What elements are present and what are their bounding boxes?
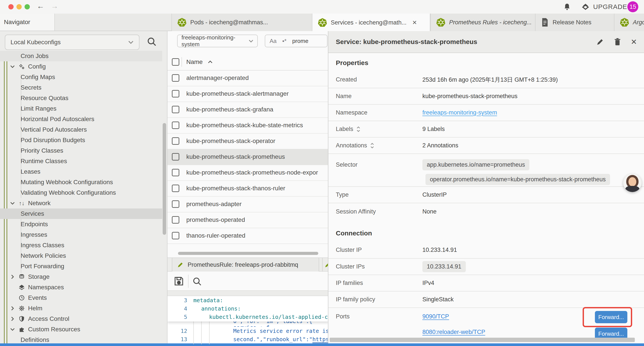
edit-pencil-icon[interactable]: [596, 38, 604, 46]
window-minimize-button[interactable]: [16, 4, 22, 9]
horizontal-scrollbar[interactable]: [178, 252, 318, 255]
sidebar-item-runtime-classes[interactable]: Runtime Classes: [0, 156, 162, 166]
sidebar-item-network-policies[interactable]: Network Policies: [0, 251, 162, 261]
sidebar-item-cron-jobs[interactable]: Cron Jobs: [0, 51, 162, 61]
table-row-selected[interactable]: kube-prometheus-stack-prometheus: [168, 149, 328, 165]
status-badge[interactable]: 15: [627, 1, 638, 12]
tab-services-active[interactable]: Services - icecheng@math... ✕: [312, 13, 430, 31]
tab-navigator[interactable]: Navigator: [0, 13, 55, 31]
namespace-link[interactable]: freeleaps-monitoring-system: [422, 109, 497, 116]
detail-horizontal-scrollbar[interactable]: [330, 338, 635, 342]
delete-trash-icon[interactable]: [614, 38, 621, 46]
sidebar-item-pod-disruption-budgets[interactable]: Pod Disruption Budgets: [0, 135, 162, 145]
sidebar-group-helm[interactable]: Helm: [0, 303, 162, 314]
selector-chip[interactable]: app.kubernetes.io/name=prometheus: [422, 159, 529, 170]
editor-tab-next[interactable]: [322, 258, 328, 272]
chevron-down-icon[interactable]: [10, 200, 15, 206]
table-row[interactable]: alertmanager-operated: [168, 70, 328, 86]
table-row[interactable]: kube-prometheus-stack-kube-state-metrics: [168, 117, 328, 134]
notification-bell-icon[interactable]: [563, 3, 571, 11]
sidebar-item-vertical-pod-autoscalers[interactable]: Vertical Pod Autoscalers: [0, 124, 162, 135]
chevron-right-icon[interactable]: [10, 316, 15, 322]
expand-sorter-icon[interactable]: [356, 126, 360, 132]
sidebar-item-ingress-classes[interactable]: Ingress Classes: [0, 240, 162, 251]
row-checkbox[interactable]: [172, 153, 179, 161]
tab-argo[interactable]: Argo Se: [614, 13, 644, 31]
tab-prometheus-rules[interactable]: Prometheus Rules - icecheng...: [430, 13, 535, 31]
yaml-editor[interactable]: 3 metadata: 4 annotations: 5 kubectl.kub…: [168, 296, 328, 344]
sidebar-item-horizontal-pod-autoscalers[interactable]: Horizontal Pod Autoscalers: [0, 114, 162, 124]
row-checkbox[interactable]: [172, 185, 179, 192]
table-row[interactable]: prometheus-adapter: [168, 196, 328, 212]
selector-chip[interactable]: operator.prometheus.io/name=kube-prometh…: [426, 174, 610, 185]
editor-search-icon[interactable]: [192, 276, 202, 287]
expand-sorter-icon[interactable]: [370, 142, 374, 149]
forward-arrow-icon[interactable]: →: [51, 2, 58, 10]
close-icon[interactable]: ✕: [631, 37, 637, 46]
chevron-down-icon[interactable]: [10, 327, 15, 332]
row-checkbox[interactable]: [172, 74, 179, 82]
sidebar-group-network[interactable]: ↑↓ Network: [0, 198, 162, 209]
row-checkbox[interactable]: [172, 169, 179, 176]
sidebar-item-config-maps[interactable]: Config Maps: [0, 72, 162, 82]
port-link-9090[interactable]: 9090/TCP: [422, 313, 485, 320]
match-case-toggle[interactable]: Aa: [270, 38, 277, 44]
table-row[interactable]: kube-prometheus-stack-alertmanager: [168, 86, 328, 102]
row-checkbox[interactable]: [172, 216, 179, 224]
select-all-checkbox[interactable]: [172, 58, 179, 66]
sidebar-item-priority-classes[interactable]: Priority Classes: [0, 145, 162, 156]
table-row[interactable]: kube-prometheus-stack-thanos-ruler: [168, 180, 328, 197]
table-row[interactable]: kube-prometheus-stack-grafana: [168, 102, 328, 118]
window-zoom-button[interactable]: [24, 4, 30, 9]
sidebar-group-storage[interactable]: Storage: [0, 272, 162, 282]
sidebar-group-access-control[interactable]: Access Control: [0, 314, 162, 324]
sidebar-item-port-forwarding[interactable]: Port Forwarding: [0, 261, 162, 272]
sidebar-scrollbar[interactable]: [163, 123, 166, 235]
close-icon[interactable]: ✕: [412, 19, 417, 26]
chevron-down-icon[interactable]: [10, 64, 15, 69]
sidebar-item-events[interactable]: Events: [0, 293, 162, 303]
back-arrow-icon[interactable]: ←: [37, 2, 44, 10]
table-row[interactable]: thanos-ruler-operated: [168, 228, 328, 244]
save-icon[interactable]: [173, 276, 184, 287]
sidebar-item-secrets[interactable]: Secrets: [0, 82, 162, 93]
sidebar-item-definitions[interactable]: Definitions: [0, 335, 162, 344]
editor-tab-prometheusrule[interactable]: PrometheusRule: freeleaps-prod-rabbitmq: [172, 258, 319, 272]
chevron-right-icon[interactable]: [10, 274, 15, 280]
table-row[interactable]: kube-prometheus-stack-prometheus-node-ex…: [168, 165, 328, 181]
sidebar-item-leases[interactable]: Leases: [0, 166, 162, 177]
sidebar-item-endpoints[interactable]: Endpoints: [0, 219, 162, 230]
namespace-filter-dropdown[interactable]: freeleaps-monitoring-system: [177, 34, 258, 47]
row-checkbox[interactable]: [172, 200, 179, 208]
table-row[interactable]: prometheus-operated: [168, 212, 328, 228]
sidebar-group-config[interactable]: Config: [0, 61, 162, 72]
port-link-8080[interactable]: 8080:reloader-web/TCP: [422, 329, 485, 336]
tab-pods[interactable]: Pods - icecheng@mathmas...: [172, 13, 312, 31]
sidebar-item-limit-ranges[interactable]: Limit Ranges: [0, 103, 162, 114]
sidebar-item-services[interactable]: Services: [0, 209, 162, 219]
row-checkbox[interactable]: [172, 232, 179, 239]
sidebar-item-resource-quotas[interactable]: Resource Quotas: [0, 93, 162, 103]
sidebar-item-validating-webhook-configurations[interactable]: Validating Webhook Configurations: [0, 187, 162, 198]
table-row[interactable]: kube-prometheus-stack-operator: [168, 133, 328, 149]
column-header-name[interactable]: Name: [186, 58, 213, 65]
row-checkbox[interactable]: [172, 90, 179, 97]
search-input[interactable]: Aa ▪* prome: [265, 34, 328, 47]
kubeconfig-selector[interactable]: Local Kubeconfigs: [5, 34, 140, 50]
regex-toggle[interactable]: ▪*: [282, 38, 286, 44]
sidebar-item-ingresses[interactable]: Ingresses: [0, 230, 162, 240]
code-link[interactable]: https://net: [312, 336, 328, 343]
tab-release-notes[interactable]: Release Notes: [535, 13, 614, 31]
sidebar-item-namespaces[interactable]: Namespaces: [0, 282, 162, 293]
upgrade-button[interactable]: UPGRADE: [581, 2, 627, 11]
sidebar-group-custom-resources[interactable]: Custom Resources: [0, 324, 162, 335]
row-checkbox[interactable]: [172, 122, 179, 129]
sidebar-item-mutating-webhook-configurations[interactable]: Mutating Webhook Configurations: [0, 177, 162, 187]
row-checkbox[interactable]: [172, 137, 179, 145]
sidebar-search-icon[interactable]: [146, 36, 157, 47]
chevron-right-icon[interactable]: [10, 306, 15, 311]
window-close-button[interactable]: [8, 4, 14, 9]
row-checkbox[interactable]: [172, 106, 179, 113]
cluster-ip-chip[interactable]: 10.233.14.91: [422, 261, 466, 272]
avatar[interactable]: [623, 174, 642, 192]
